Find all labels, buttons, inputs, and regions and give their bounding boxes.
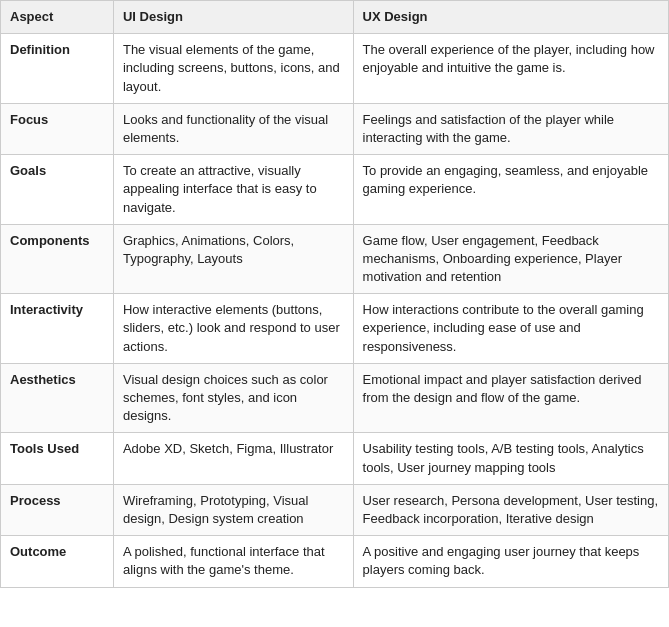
table-row: ComponentsGraphics, Animations, Colors, …	[1, 224, 669, 294]
aspect-cell: Aesthetics	[1, 363, 114, 433]
ui-cell: Looks and functionality of the visual el…	[113, 103, 353, 154]
ui-cell: Adobe XD, Sketch, Figma, Illustrator	[113, 433, 353, 484]
ui-cell: The visual elements of the game, includi…	[113, 34, 353, 104]
ux-cell: The overall experience of the player, in…	[353, 34, 668, 104]
ux-cell: Feelings and satisfaction of the player …	[353, 103, 668, 154]
table-row: InteractivityHow interactive elements (b…	[1, 294, 669, 364]
aspect-cell: Tools Used	[1, 433, 114, 484]
table-row: AestheticsVisual design choices such as …	[1, 363, 669, 433]
aspect-cell: Outcome	[1, 536, 114, 587]
header-ux-design: UX Design	[353, 1, 668, 34]
table-row: FocusLooks and functionality of the visu…	[1, 103, 669, 154]
ui-cell: A polished, functional interface that al…	[113, 536, 353, 587]
table-row: ProcessWireframing, Prototyping, Visual …	[1, 484, 669, 535]
ux-cell: How interactions contribute to the overa…	[353, 294, 668, 364]
table-row: GoalsTo create an attractive, visually a…	[1, 155, 669, 225]
ux-cell: Game flow, User engagement, Feedback mec…	[353, 224, 668, 294]
header-aspect: Aspect	[1, 1, 114, 34]
aspect-cell: Components	[1, 224, 114, 294]
ui-cell: Wireframing, Prototyping, Visual design,…	[113, 484, 353, 535]
table-row: OutcomeA polished, functional interface …	[1, 536, 669, 587]
ux-cell: A positive and engaging user journey tha…	[353, 536, 668, 587]
ux-cell: Emotional impact and player satisfaction…	[353, 363, 668, 433]
ux-cell: User research, Persona development, User…	[353, 484, 668, 535]
ui-cell: Graphics, Animations, Colors, Typography…	[113, 224, 353, 294]
ux-cell: To provide an engaging, seamless, and en…	[353, 155, 668, 225]
aspect-cell: Focus	[1, 103, 114, 154]
table-row: Tools UsedAdobe XD, Sketch, Figma, Illus…	[1, 433, 669, 484]
table-row: DefinitionThe visual elements of the gam…	[1, 34, 669, 104]
comparison-table: Aspect UI Design UX Design DefinitionThe…	[0, 0, 669, 588]
aspect-cell: Goals	[1, 155, 114, 225]
ui-cell: How interactive elements (buttons, slide…	[113, 294, 353, 364]
aspect-cell: Definition	[1, 34, 114, 104]
ui-cell: Visual design choices such as color sche…	[113, 363, 353, 433]
ui-cell: To create an attractive, visually appeal…	[113, 155, 353, 225]
header-ui-design: UI Design	[113, 1, 353, 34]
ux-cell: Usability testing tools, A/B testing too…	[353, 433, 668, 484]
aspect-cell: Interactivity	[1, 294, 114, 364]
aspect-cell: Process	[1, 484, 114, 535]
